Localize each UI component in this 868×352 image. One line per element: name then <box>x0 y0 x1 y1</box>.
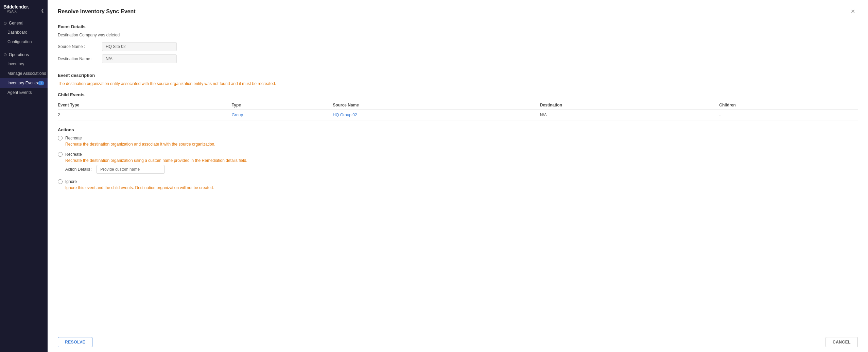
action-details-row: Action Details : <box>65 165 858 174</box>
event-details-subtitle: Destination Company was deleted <box>58 33 858 37</box>
app-name: Bitdefender. <box>3 4 29 10</box>
sidebar-section-operations[interactable]: ⊙ Operations <box>0 50 48 59</box>
sidebar-item-manage-associations[interactable]: Manage Associations <box>0 69 48 78</box>
action-label-2: Recreate <box>65 152 82 157</box>
child-events-title: Child Events <box>58 92 858 97</box>
sidebar: Bitdefender. VSA X ❮ ⊙ General Dashboard… <box>0 0 48 352</box>
source-name-value: HQ Site 02 <box>102 42 177 51</box>
cell-source-name: HQ Group 02 <box>333 110 540 120</box>
operations-section-icon: ⊙ <box>3 52 7 57</box>
col-source-name: Source Name <box>333 101 540 110</box>
event-description-text: The destination organization entity asso… <box>58 81 858 86</box>
event-details-title: Event Details <box>58 24 858 29</box>
sidebar-item-dashboard[interactable]: Dashboard <box>0 28 48 37</box>
table-row: 2 Group HQ Group 02 N/A - <box>58 110 858 120</box>
modal-header: Resolve Inventory Sync Event ✕ <box>58 7 858 16</box>
general-section-icon: ⊙ <box>3 21 7 26</box>
close-icon[interactable]: ✕ <box>848 7 858 16</box>
action-label-3: Ignore <box>65 179 77 184</box>
col-children: Children <box>719 101 858 110</box>
action-option-recreate2: Recreate Recreate the destination organi… <box>58 152 858 174</box>
sidebar-section-general[interactable]: ⊙ General <box>0 18 48 28</box>
action-radio-3[interactable] <box>58 179 63 184</box>
cancel-button[interactable]: CANCEL <box>826 337 858 347</box>
cell-type[interactable]: Group <box>232 110 333 120</box>
action-label-1: Recreate <box>65 136 82 140</box>
modal-content: Resolve Inventory Sync Event ✕ Event Det… <box>48 0 868 332</box>
event-details-section: Event Details Destination Company was de… <box>58 24 858 67</box>
col-type: Type <box>232 101 333 110</box>
source-name-label: Source Name : <box>58 44 102 49</box>
action-radio-row-2: Recreate <box>58 152 858 157</box>
col-destination: Destination <box>540 101 719 110</box>
cell-event-type: 2 <box>58 110 232 120</box>
sidebar-logo: Bitdefender. VSA X ❮ <box>0 0 48 18</box>
child-events-section: Child Events Event Type Type Source Name… <box>58 92 858 120</box>
modal-title: Resolve Inventory Sync Event <box>58 9 136 15</box>
sidebar-item-agent-events[interactable]: Agent Events <box>0 88 48 97</box>
child-events-table: Event Type Type Source Name Destination … <box>58 101 858 120</box>
action-details-label: Action Details : <box>65 167 92 172</box>
child-events-header-row: Event Type Type Source Name Destination … <box>58 101 858 110</box>
app-version: VSA X <box>3 10 29 17</box>
modal-footer: RESOLVE CANCEL <box>48 332 868 352</box>
action-desc-3: Ignore this event and the child events. … <box>65 185 858 190</box>
actions-section: Actions Recreate Recreate the destinatio… <box>58 127 858 196</box>
action-details-input[interactable] <box>97 165 164 174</box>
actions-title: Actions <box>58 127 858 132</box>
sidebar-item-inventory[interactable]: Inventory <box>0 59 48 69</box>
general-section-label: General <box>9 21 23 26</box>
main-panel: Resolve Inventory Sync Event ✕ Event Det… <box>48 0 868 352</box>
action-option-ignore: Ignore Ignore this event and the child e… <box>58 179 858 190</box>
sidebar-collapse-icon[interactable]: ❮ <box>41 8 44 13</box>
destination-name-row: Destination Name : N/A <box>58 54 858 63</box>
sidebar-item-configuration[interactable]: Configuration <box>0 37 48 47</box>
operations-section-label: Operations <box>9 52 29 57</box>
event-description-section: Event description The destination organi… <box>58 73 858 86</box>
action-radio-2[interactable] <box>58 152 63 157</box>
resolve-button[interactable]: RESOLVE <box>58 337 92 347</box>
action-radio-row-3: Ignore <box>58 179 858 184</box>
action-desc-1: Recreate the destination organization an… <box>65 142 858 147</box>
action-option-recreate1: Recreate Recreate the destination organi… <box>58 136 858 147</box>
cell-destination: N/A <box>540 110 719 120</box>
action-desc-2: Recreate the destination organization us… <box>65 158 858 163</box>
inventory-events-badge: 1 <box>38 81 44 85</box>
event-description-title: Event description <box>58 73 858 78</box>
sidebar-item-inventory-events[interactable]: Inventory Events 1 <box>0 78 48 88</box>
action-radio-row-1: Recreate <box>58 136 858 140</box>
destination-name-label: Destination Name : <box>58 56 102 61</box>
cell-children: - <box>719 110 858 120</box>
source-name-row: Source Name : HQ Site 02 <box>58 42 858 51</box>
destination-name-value: N/A <box>102 54 177 63</box>
col-event-type: Event Type <box>58 101 232 110</box>
action-radio-1[interactable] <box>58 136 63 140</box>
